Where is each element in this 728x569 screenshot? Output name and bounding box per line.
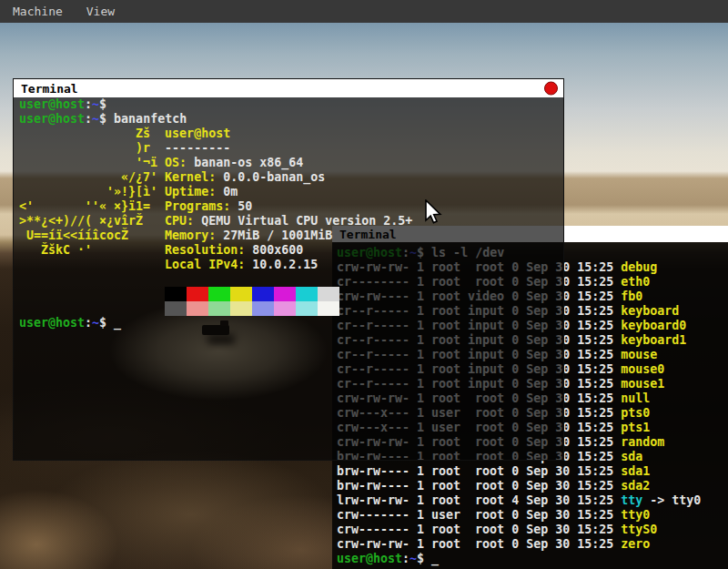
terminal-line: '»!}[ì' Uptime: 0m (19, 185, 563, 199)
vm-menu-bar: Machine View (0, 0, 728, 23)
terminal-line: >**¿<+)//( ×¿vîrŽ CPU: QEMU Virtual CPU … (19, 214, 563, 229)
palette-swatch (230, 287, 252, 301)
close-button[interactable] (544, 82, 558, 96)
menu-item-machine[interactable]: Machine (13, 5, 63, 18)
terminal-line: '¬ï OS: banan-os x86_64 (19, 156, 563, 170)
terminal-content-bananfetch[interactable]: user@host:~$user@host:~$ bananfetch Zš u… (14, 97, 563, 460)
terminal-line: brw-rw---- 1 root root 0 Sep 30 15:25 sd… (337, 464, 728, 479)
terminal-line: «/¿7' Kernel: 0.0.0-banan_os (19, 170, 563, 185)
palette-swatch (274, 301, 296, 316)
palette-swatch (296, 301, 318, 316)
terminal-line: user@host:~$ (19, 97, 563, 112)
terminal-line: user@host:~$ bananfetch (19, 112, 563, 127)
terminal-window-bananfetch[interactable]: Terminal user@host:~$user@host:~$ bananf… (13, 78, 564, 461)
terminal-line: )r --------- (19, 141, 563, 156)
terminal-line: user@host:~$ _ (337, 552, 728, 566)
terminal-line: lrw-rw-rw- 1 root root 4 Sep 30 15:25 tt… (337, 493, 728, 508)
menu-item-view[interactable]: View (86, 5, 115, 18)
terminal-line: crw------- 1 root root 0 Sep 30 15:25 tt… (337, 523, 728, 537)
terminal-line: Zš user@host (19, 127, 563, 141)
mouse-cursor-icon (424, 199, 446, 227)
palette-swatch (274, 287, 296, 301)
palette-swatch (187, 301, 208, 316)
terminal-line: U==íï<<ííîcocŽ Memory: 27MiB / 1001MiB (19, 229, 563, 243)
palette-swatch (165, 287, 187, 301)
window-title: Terminal (21, 82, 78, 96)
terminal-line: ŽškC ·' Resolution: 800x600 (19, 243, 563, 258)
palette-swatch (165, 301, 187, 316)
window-titlebar[interactable]: Terminal (14, 79, 563, 97)
terminal-line: crw-rw-rw- 1 root root 0 Sep 30 15:25 ze… (337, 537, 728, 552)
palette-swatch (252, 287, 274, 301)
palette-swatch (318, 301, 339, 316)
palette-swatch (252, 301, 274, 316)
palette-swatch (208, 301, 230, 316)
terminal-line: user@host:~$ _ (19, 316, 563, 330)
terminal-line (19, 301, 563, 316)
terminal-line: brw-rw---- 1 root root 0 Sep 30 15:25 sd… (337, 479, 728, 493)
terminal-line: crw------- 1 user root 0 Sep 30 15:25 tt… (337, 508, 728, 523)
palette-swatch (187, 287, 208, 301)
palette-swatch (296, 287, 318, 301)
palette-swatch (208, 287, 230, 301)
terminal-line (19, 287, 563, 301)
palette-swatch (230, 301, 252, 316)
terminal-line: Local IPv4: 10.0.2.15 (19, 258, 563, 272)
terminal-line (19, 272, 563, 287)
palette-swatch (318, 287, 339, 301)
terminal-line: <' ''« ×}ï1= Programs: 50 (19, 199, 563, 214)
